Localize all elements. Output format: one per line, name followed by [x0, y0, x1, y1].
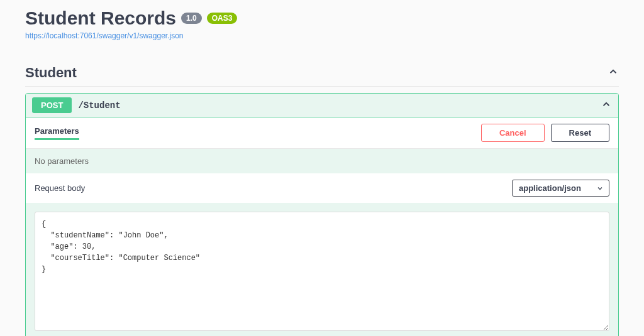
no-parameters-text: No parameters — [26, 149, 618, 173]
tag-toggle[interactable]: Student — [25, 60, 619, 87]
operation-summary[interactable]: POST /Student — [26, 94, 618, 117]
parameters-title: Parameters — [35, 126, 79, 140]
oas-badge: OAS3 — [207, 13, 238, 24]
method-badge: POST — [32, 97, 72, 113]
content-type-select[interactable]: application/json — [512, 180, 609, 197]
api-header: Student Records 1.0 OAS3 https://localho… — [25, 8, 619, 41]
request-body-editor[interactable] — [35, 212, 609, 331]
version-badge: 1.0 — [181, 13, 202, 24]
swagger-json-link[interactable]: https://localhost:7061/swagger/v1/swagge… — [25, 31, 183, 40]
tag-name: Student — [25, 65, 77, 81]
request-body-header: Request body application/json — [26, 173, 618, 203]
operation-block: POST /Student Parameters Cancel Reset No… — [25, 93, 619, 336]
cancel-button[interactable]: Cancel — [481, 124, 545, 142]
operation-path: /Student — [78, 100, 120, 111]
api-title: Student Records — [25, 8, 176, 29]
chevron-up-icon — [601, 99, 612, 112]
parameters-header: Parameters Cancel Reset — [26, 117, 618, 149]
chevron-up-icon — [608, 66, 619, 80]
request-body-title: Request body — [35, 183, 85, 193]
reset-button[interactable]: Reset — [551, 124, 609, 142]
